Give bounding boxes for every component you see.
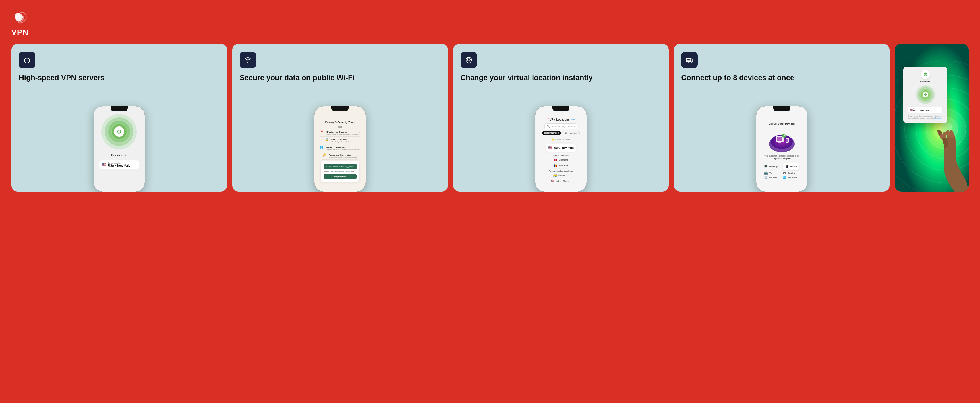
location-label-1: Smart Location: [108, 162, 132, 164]
location-name-1: USA – New York: [108, 164, 132, 167]
card-3-phone-area: 📍 VPN Locations Done 🔍 Search for a city…: [461, 87, 662, 192]
mobile-icon: 📱: [785, 165, 788, 168]
card-2-title: Secure your data on public Wi-Fi: [240, 73, 441, 82]
card-1-phone-area: Connected 🇺🇸 Smart Location USA – New Yo…: [19, 87, 220, 192]
smart-location-icon: ⭐: [551, 138, 554, 141]
vpn-locations-title: VPN Locations: [550, 118, 570, 121]
phone-mockup-1: Connected 🇺🇸 Smart Location USA – New Yo…: [94, 106, 145, 192]
browsers-icon: 🌐: [783, 176, 786, 179]
recent-locations-header: Recent Locations: [553, 154, 569, 156]
card-4-icon-box: [681, 52, 698, 68]
us-flag: 🇺🇸: [551, 179, 554, 183]
expressvpn-logo-icon: e: [11, 8, 30, 27]
location-flag-1: 🇺🇸: [102, 163, 106, 167]
location-nav-icon: 📍: [547, 118, 550, 121]
us-name: United States: [555, 180, 569, 182]
tool-text-ip: IP Address Checker Check if your IP addr…: [326, 131, 359, 135]
tab-recommended[interactable]: Recommended: [542, 131, 561, 135]
phone-notch-3: [552, 106, 570, 111]
phone-mockup-3: 📍 VPN Locations Done 🔍 Search for a city…: [535, 106, 587, 192]
location-search-bar[interactable]: 🔍 Search for a city or country: [544, 123, 578, 129]
romania-name: Romania: [558, 164, 568, 167]
device-tv: 📺 TV: [764, 171, 781, 175]
card-3-icon-box: [461, 52, 477, 68]
phone-screen-1: Connected 🇺🇸 Smart Location USA – New Yo…: [94, 106, 145, 192]
us-chevron: ›: [571, 180, 571, 182]
search-icon-loc: 🔍: [547, 125, 550, 128]
location-info-1: Smart Location USA – New York: [108, 162, 132, 167]
generated-password: 9>Swi>mb5dP)G6a(Q))Y~: [326, 165, 353, 168]
card-4-title: Connect up to 8 devices at once: [681, 73, 882, 82]
tool-desc-pwd: Create strong and secure passwords.: [329, 156, 357, 158]
card-1-icon-box: [19, 52, 35, 68]
device-browsers: 🌐 Browsers: [783, 176, 799, 179]
tv-icon: 📺: [764, 171, 768, 175]
denmark-name: Denmark: [558, 159, 568, 161]
regenerate-button[interactable]: Regenerate: [323, 174, 356, 179]
svg-point-16: [691, 59, 692, 59]
devices-illustration: [768, 128, 796, 152]
phone-mockup-2: Privacy & Security Tools Tools 📍 IP Addr…: [315, 106, 366, 192]
tool-item-ip: 📍 IP Address Checker Check if your IP ad…: [320, 129, 360, 137]
tool-name-ip: IP Address Checker: [326, 131, 359, 133]
browsers-label: Browsers: [788, 176, 797, 179]
done-button[interactable]: Done: [570, 118, 575, 121]
phone-screen-2: Privacy & Security Tools Tools 📍 IP Addr…: [315, 106, 366, 192]
loc-item-us: 🇺🇸 United States ›: [551, 178, 571, 184]
loc-item-sweden: 🇸🇪 Sweden ›: [553, 173, 569, 178]
selected-flag: 🇺🇸: [548, 146, 552, 150]
tab-all-locations[interactable]: All Locations: [562, 131, 580, 135]
card-1-title: High-speed VPN servers: [19, 73, 220, 82]
pwd-gen-icon: 🔑: [322, 154, 327, 158]
locations-header: 📍 VPN Locations Done: [547, 118, 575, 121]
tool-desc-ip: Check if your IP address/location is hid…: [326, 133, 359, 135]
phone-screen-3: 📍 VPN Locations Done 🔍 Search for a city…: [535, 106, 587, 192]
svg-text:e: e: [15, 12, 21, 23]
tool-text-webrtc: WebRTC Leak Test Check if WebRTC is leak…: [326, 146, 360, 150]
routers-icon: 📡: [764, 176, 768, 179]
password-value-field: 9>Swi>mb5dP)G6a(Q))Y~ ⧉: [323, 164, 356, 170]
smart-location-label: Smart Location: [555, 138, 571, 141]
webrtc-icon: 🌐: [320, 146, 325, 150]
card-4-phone-area: Set Up Other Devices: [681, 87, 882, 192]
device-mobile: 📱 Mobile: [783, 163, 799, 170]
logo-area: e VPN: [11, 8, 969, 37]
wifi-shield-icon: [244, 56, 252, 64]
sweden-chevron: ›: [568, 174, 569, 177]
location-bar-1: 🇺🇸 Smart Location USA – New York ···: [99, 160, 139, 169]
tools-section-label: Tools: [338, 126, 342, 128]
device-desktop: 🖥️ Desktop: [764, 163, 781, 170]
subscription-text: Your subscription includes access to all…: [765, 155, 799, 160]
tool-chevron-pwd: ›: [357, 155, 358, 157]
card-2-icon-box: [240, 52, 256, 68]
tool-item-webrtc: 🌐 WebRTC Leak Test Check if WebRTC is le…: [320, 144, 361, 152]
card-3-title: Change your virtual location instantly: [461, 73, 662, 82]
svg-rect-24: [786, 139, 788, 141]
tool-name-pwd: Password Generator: [329, 154, 357, 156]
tool-desc-webrtc: Check if WebRTC is leaking your IP addre…: [326, 149, 360, 150]
tool-item-pwd: 🔑 Password Generator Create strong and s…: [322, 152, 358, 160]
tv-label: TV: [769, 172, 772, 174]
phone-screen-4: Set Up Other Devices: [756, 106, 807, 192]
tool-desc-dns: Check if you have DNS leaks.: [331, 141, 354, 143]
devices-icon: [686, 56, 694, 64]
tool-text-pwd: Password Generator Create strong and sec…: [329, 154, 357, 158]
desktop-icon: 🖥️: [764, 165, 768, 168]
timer-icon: [23, 56, 31, 64]
power-button-1: [114, 127, 124, 137]
gaming-icon: 🎮: [783, 171, 786, 175]
svg-point-13: [468, 58, 470, 61]
card-multi-device: Connect up to 8 devices at once Set Up O…: [674, 44, 889, 192]
card-secure-wifi: Secure your data on public Wi-Fi Privacy…: [232, 44, 448, 192]
tool-name-dns: DNS Leak Test: [331, 138, 354, 141]
svg-rect-20: [777, 137, 783, 141]
password-strength-text: Strong! Could take 317,098 years to crac…: [323, 171, 356, 172]
tool-chevron-webrtc: ›: [360, 147, 361, 149]
phone-mockup-4: Set Up Other Devices: [756, 106, 807, 192]
device-grid: 🖥️ Desktop 📱 Mobile 📺 TV 🎮: [764, 163, 799, 179]
sweden-name: Sweden: [558, 174, 566, 177]
tablet-connected-label: Connected: [920, 81, 930, 83]
phone-notch-2: [331, 106, 348, 111]
tool-chevron-dns: ›: [354, 139, 355, 142]
feature-cards-row: High-speed VPN servers: [11, 44, 969, 192]
